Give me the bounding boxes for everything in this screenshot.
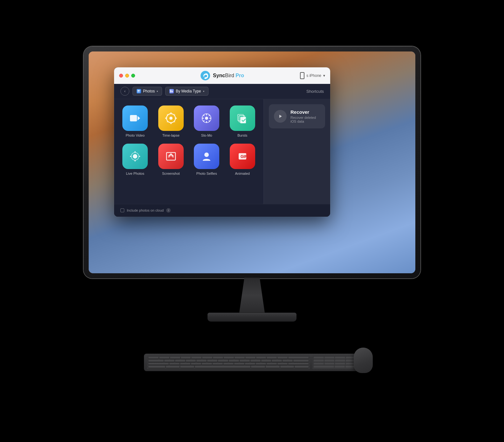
svg-line-29 [203,120,205,122]
media-item-photo-selfies[interactable]: Photo Selfies [192,144,221,175]
nb-key [324,363,335,365]
svg-point-18 [167,121,168,122]
svg-line-27 [209,120,210,122]
media-item-screenshot[interactable]: Screenshot [156,144,186,175]
keyboard [144,354,360,371]
photos-chevron: ▾ [157,90,158,93]
keyboard-main [147,356,310,369]
kb-key [261,360,271,362]
device-info: s iPhone ▾ [300,72,325,79]
media-type-dropdown[interactable]: By Media Type ▾ [165,87,208,96]
kb-key [267,357,277,359]
photo-video-label: Photo Video [126,133,145,137]
kb-key [277,357,288,359]
svg-line-28 [209,115,210,116]
kb-row-space [148,366,309,368]
cloud-photos-checkbox[interactable] [120,208,124,212]
kb-key [180,363,190,365]
kb-key [148,363,169,365]
device-chevron[interactable]: ▾ [323,73,325,78]
kb-key [164,360,174,362]
kb-key [213,357,223,359]
media-item-live-photos[interactable]: Live Photos [120,144,150,175]
photos-dropdown[interactable]: Photos ▾ [133,87,162,96]
svg-rect-3 [139,90,140,91]
kb-key [218,360,228,362]
kb-key [234,363,244,365]
kb-key [202,357,212,359]
media-item-timelapse[interactable]: Time-lapse [156,105,186,137]
recover-play-button [274,110,287,123]
device-name: s iPhone [306,73,321,78]
svg-point-19 [174,121,175,122]
kb-key [166,366,180,368]
shortcuts-label: Shortcuts [306,89,324,94]
photo-selfies-icon [194,144,219,169]
media-grid: Photo Video [114,99,263,204]
kb-key [148,360,164,362]
svg-point-12 [170,112,172,114]
slomo-label: Slo-Mo [201,133,212,137]
svg-rect-8 [130,115,137,121]
mouse [354,348,373,373]
kb-key [224,357,234,359]
kb-key [288,363,309,365]
nb-row [314,363,356,365]
svg-point-16 [167,114,168,115]
monitor-base [208,313,296,322]
svg-point-14 [165,117,167,119]
live-photos-icon [122,144,148,169]
nb-key [335,357,345,359]
nb-row [314,360,356,362]
kb-row-3 [148,363,309,365]
nb-key [314,357,324,359]
kb-row-2 [148,360,309,362]
kb-key [207,360,217,362]
kb-key [180,366,194,368]
slomo-icon [194,105,219,131]
media-item-photo-video[interactable]: Photo Video [120,105,150,137]
recover-card[interactable]: Recover Recover deleted iOS data [269,104,325,128]
content-area: Photo Video [114,99,330,204]
maximize-button[interactable] [131,74,135,78]
nb-key [314,363,324,365]
svg-marker-9 [138,116,140,120]
nb-key [335,360,345,362]
back-button[interactable]: ‹ [120,87,129,96]
kb-key [283,360,293,362]
close-button[interactable] [119,74,123,78]
svg-rect-5 [139,92,140,93]
minimize-button[interactable] [125,74,129,78]
media-item-slomo[interactable]: Slo-Mo [192,105,221,137]
kb-key [272,360,282,362]
kb-key [202,363,212,365]
media-item-animated[interactable]: GIF Animated [228,144,257,175]
timelapse-icon [158,105,184,131]
titlebar: SyncBird Pro s iPhone ▾ [114,67,330,84]
svg-line-26 [203,115,205,116]
monitor-shell: SyncBird Pro s iPhone ▾ ‹ [77,46,427,396]
kb-row-1 [148,357,309,359]
nb-key [335,363,345,365]
svg-point-1 [207,73,208,74]
info-badge[interactable]: i [166,208,171,213]
kb-key [267,363,277,365]
animated-label: Animated [235,172,250,175]
kb-key [223,363,234,365]
nb-key [324,360,335,362]
nb-key [335,366,345,368]
kb-spacebar [195,366,250,368]
kb-key [170,357,180,359]
svg-rect-2 [138,90,139,91]
media-item-bursts[interactable]: Bursts [228,105,257,137]
kb-key [148,366,165,368]
recover-text: Recover Recover deleted iOS data [290,109,320,123]
bursts-icon [230,105,255,131]
toolbar: ‹ Photos ▾ [114,84,330,99]
kb-key [235,357,245,359]
kb-key [295,366,309,368]
media-type-chevron: ▾ [203,90,204,93]
kb-key [256,357,266,359]
kb-key [196,360,207,362]
svg-point-17 [174,114,175,115]
